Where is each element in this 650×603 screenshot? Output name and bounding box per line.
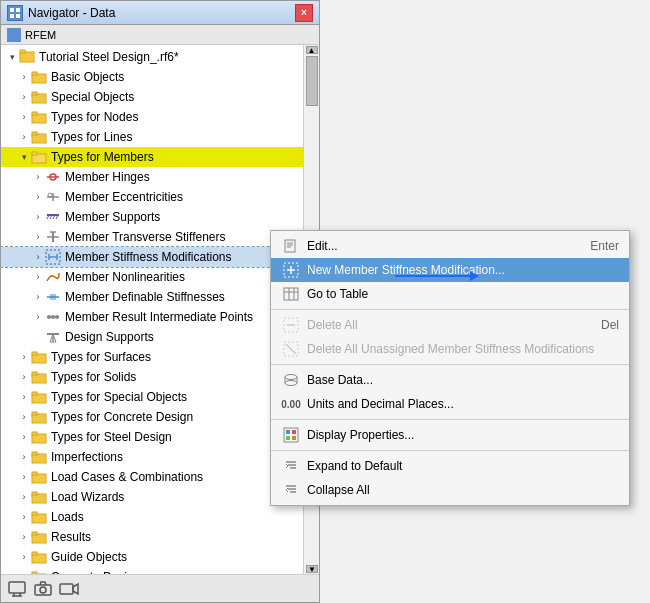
svg-rect-100 xyxy=(286,436,290,440)
expand-icon: › xyxy=(31,170,45,184)
separator3 xyxy=(271,419,629,420)
item-label: Types for Solids xyxy=(51,370,136,384)
menu-item-display-properties[interactable]: Display Properties... xyxy=(271,423,629,447)
menu-item-delete-all[interactable]: Delete All Del xyxy=(271,313,629,337)
svg-rect-5 xyxy=(20,50,25,53)
item-label: Load Cases & Combinations xyxy=(51,470,203,484)
menu-label: Expand to Default xyxy=(307,459,619,473)
svg-rect-53 xyxy=(32,452,37,455)
expand-icon: › xyxy=(17,130,31,144)
svg-rect-78 xyxy=(285,240,295,252)
tree-item-types-nodes[interactable]: › Types for Nodes xyxy=(1,107,319,127)
intermediate-icon xyxy=(45,309,61,325)
item-label: Member Stiffness Modifications xyxy=(65,250,232,264)
definable-icon xyxy=(45,289,61,305)
svg-rect-43 xyxy=(32,352,37,355)
svg-point-93 xyxy=(285,375,297,380)
collapse-icon xyxy=(281,480,301,500)
folder-icon xyxy=(31,510,47,524)
svg-rect-2 xyxy=(10,14,14,18)
tree-item-member-hinges[interactable]: › Member Hinges xyxy=(1,167,319,187)
menu-item-edit[interactable]: Edit... Enter xyxy=(271,234,629,258)
item-label: Imperfections xyxy=(51,450,123,464)
menu-label: Delete All Unassigned Member Stiffness M… xyxy=(307,342,619,356)
folder-icon xyxy=(31,110,47,124)
item-label: Types for Concrete Design xyxy=(51,410,193,424)
expand-icon: › xyxy=(17,110,31,124)
expand-icon: › xyxy=(17,510,31,524)
folder-icon xyxy=(31,70,47,84)
scroll-thumb[interactable] xyxy=(306,56,318,106)
item-label: Types for Members xyxy=(51,150,154,164)
arrow-head xyxy=(470,271,479,281)
menu-shortcut: Del xyxy=(601,318,619,332)
svg-rect-85 xyxy=(284,288,298,300)
svg-rect-99 xyxy=(292,430,296,434)
expand-icon: › xyxy=(17,410,31,424)
tree-item-loads[interactable]: › Loads xyxy=(1,507,319,527)
scroll-up[interactable]: ▲ xyxy=(306,46,318,54)
expand-icon xyxy=(31,330,45,344)
video-icon[interactable] xyxy=(59,579,79,599)
item-label: Member Eccentricities xyxy=(65,190,183,204)
menu-item-expand-default[interactable]: Expand to Default xyxy=(271,454,629,478)
tree-item-guide-objects[interactable]: › Guide Objects xyxy=(1,547,319,567)
svg-point-75 xyxy=(40,587,46,593)
svg-rect-13 xyxy=(32,132,37,135)
folder-icon xyxy=(31,530,47,544)
transverse-icon xyxy=(45,229,61,245)
new-stiffness-icon xyxy=(281,260,301,280)
item-label: Member Result Intermediate Points xyxy=(65,310,253,324)
tree-item-types-members[interactable]: ▾ Types for Members xyxy=(1,147,319,167)
scroll-down[interactable]: ▼ xyxy=(306,565,318,573)
menu-label: Go to Table xyxy=(307,287,619,301)
expand-icon: › xyxy=(31,230,45,244)
svg-rect-63 xyxy=(32,552,37,555)
tree-item-concrete-design[interactable]: › Concrete Design xyxy=(1,567,319,574)
item-label: Member Supports xyxy=(65,210,160,224)
camera-icon[interactable] xyxy=(33,579,53,599)
close-button[interactable]: × xyxy=(295,4,313,22)
tree-root[interactable]: ▾ Tutorial Steel Design_.rf6* xyxy=(1,47,319,67)
item-label: Member Definable Stiffnesses xyxy=(65,290,225,304)
expand-icon: › xyxy=(17,90,31,104)
folder-icon xyxy=(31,390,47,404)
item-label: Basic Objects xyxy=(51,70,124,84)
screen-icon[interactable] xyxy=(7,579,27,599)
expand-icon: › xyxy=(31,270,45,284)
menu-shortcut: Enter xyxy=(590,239,619,253)
tree-item-results[interactable]: › Results xyxy=(1,527,319,547)
svg-rect-57 xyxy=(32,492,37,495)
menu-item-go-to-table[interactable]: Go to Table xyxy=(271,282,629,306)
folder-icon xyxy=(31,90,47,104)
folder-open-icon xyxy=(31,150,47,164)
expand-icon: › xyxy=(17,430,31,444)
menu-item-base-data[interactable]: Base Data... xyxy=(271,368,629,392)
tree-item-special-objects[interactable]: › Special Objects xyxy=(1,87,319,107)
folder-icon xyxy=(31,450,47,464)
rfem-bar: RFEM xyxy=(1,25,319,45)
root-icon xyxy=(19,49,35,65)
item-label: Guide Objects xyxy=(51,550,127,564)
expand-icon: › xyxy=(31,310,45,324)
svg-rect-11 xyxy=(32,112,37,115)
arrow-indicator xyxy=(395,271,479,281)
menu-item-delete-unassigned[interactable]: Delete All Unassigned Member Stiffness M… xyxy=(271,337,629,361)
folder-icon xyxy=(31,410,47,424)
title-bar-left: Navigator - Data xyxy=(7,5,115,21)
tree-item-basic-objects[interactable]: › Basic Objects xyxy=(1,67,319,87)
window-title: Navigator - Data xyxy=(28,6,115,20)
stiffness-icon xyxy=(45,249,61,265)
root-expand-icon: ▾ xyxy=(5,50,19,64)
expand-icon: › xyxy=(17,450,31,464)
svg-rect-70 xyxy=(9,582,25,593)
menu-item-collapse-all[interactable]: Collapse All xyxy=(271,478,629,502)
tree-item-member-eccentricities[interactable]: › Member Eccentricities xyxy=(1,187,319,207)
tree-item-types-lines[interactable]: › Types for Lines xyxy=(1,127,319,147)
item-label: Types for Surfaces xyxy=(51,350,151,364)
tree-item-member-supports[interactable]: › Member Supports xyxy=(1,207,319,227)
nonlinearity-icon xyxy=(45,269,61,285)
expand-icon: › xyxy=(31,190,45,204)
menu-item-units[interactable]: 0.00 Units and Decimal Places... xyxy=(271,392,629,416)
item-label: Results xyxy=(51,530,91,544)
